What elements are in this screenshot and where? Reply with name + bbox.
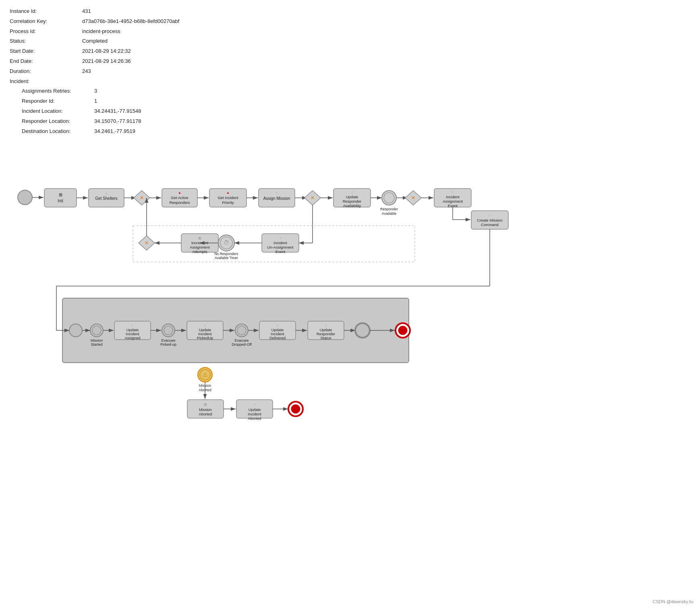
- get-active-responders-task: ● Get Active Responders: [162, 189, 197, 207]
- status-row: Status: Completed: [10, 37, 690, 46]
- correlation-key-value: d73a076b-38e1-4952-b68b-8efd00270abf: [82, 17, 179, 26]
- update-responder-availability-task: ↑ Update Responder Availability: [333, 189, 371, 208]
- svg-text:Assignment: Assignment: [190, 245, 210, 249]
- correlation-key-row: Correlation Key: d73a076b-38e1-4952-b68b…: [10, 17, 690, 26]
- update-incident-assigned-task: ↑ Update Incident Assigned: [114, 321, 151, 340]
- svg-text:↑: ↑: [452, 190, 454, 194]
- mission-aborted-task: ⊞ Mission Aborted: [187, 400, 224, 418]
- responder-id-label: Responder Id:: [22, 97, 94, 106]
- svg-text:Un-Assignment: Un-Assignment: [267, 245, 294, 249]
- end-date-value: 2021-08-29 14:26:36: [82, 57, 131, 66]
- responder-location-value: 34.15070,-77.91178: [94, 117, 141, 126]
- init-task: ⊞ Init: [44, 189, 77, 207]
- svg-text:Availability: Availability: [343, 203, 361, 208]
- aborted-end-event: [288, 402, 303, 416]
- process-end-event: [396, 323, 410, 338]
- incident-location-value: 34.24431,-77.91548: [94, 107, 141, 116]
- incident-row: Incident:: [10, 77, 690, 86]
- svg-text:↑: ↑: [132, 323, 134, 327]
- svg-text:Mission: Mission: [199, 407, 212, 412]
- gateway-1: ✕: [134, 191, 150, 205]
- diagram-area: ⊞ Init ↑ Get Shelters ✕ ● Get Active Res…: [0, 141, 700, 471]
- svg-text:Status: Status: [321, 336, 331, 340]
- svg-text:Event: Event: [275, 249, 286, 254]
- svg-text:●: ●: [178, 191, 180, 195]
- responder-id-row: Responder Id: 1: [10, 97, 690, 106]
- update-incident-delivered-task: ↑ Update Incident Delivered: [259, 321, 296, 340]
- svg-text:Mission: Mission: [91, 338, 103, 342]
- svg-point-124: [355, 323, 370, 338]
- svg-text:Priority: Priority: [222, 200, 234, 205]
- start-date-label: Start Date:: [10, 47, 82, 56]
- status-label: Status:: [10, 37, 82, 46]
- assignments-retries-label: Assignments Retries:: [22, 87, 94, 95]
- svg-point-83: [69, 324, 82, 337]
- status-value: Completed: [82, 37, 108, 46]
- svg-text:↑: ↑: [351, 190, 353, 194]
- svg-text:PickedUp: PickedUp: [197, 336, 213, 340]
- svg-point-2: [18, 190, 32, 205]
- responder-location-label: Responder Location:: [22, 117, 94, 126]
- svg-text:No Responders: No Responders: [214, 252, 238, 256]
- mission-started-event: Mission Started: [90, 324, 103, 347]
- svg-text:Assigned: Assigned: [124, 336, 140, 340]
- svg-rect-4: [44, 189, 77, 207]
- svg-text:Get Active: Get Active: [171, 195, 188, 200]
- svg-text:Evacuee: Evacuee: [161, 338, 175, 342]
- svg-text:↑: ↑: [276, 191, 278, 195]
- svg-text:Responder: Responder: [343, 199, 361, 203]
- create-mission-command-task: ↑ Create Mission Command: [471, 211, 508, 229]
- svg-text:Incident: Incident: [273, 241, 287, 245]
- svg-text:Update: Update: [346, 195, 358, 199]
- svg-text:↑: ↑: [277, 323, 279, 327]
- duration-row: Duration: 243: [10, 67, 690, 76]
- get-shelters-task: ↑ Get Shelters: [89, 189, 124, 207]
- svg-text:⊞: ⊞: [59, 192, 62, 197]
- svg-text:⊞: ⊞: [198, 236, 201, 240]
- svg-text:Aborted: Aborted: [199, 412, 212, 416]
- get-incident-priority-task: ● Get Incident Priority: [209, 189, 246, 207]
- incident-location-label: Incident Location:: [22, 107, 94, 116]
- assignments-retries-row: Assignments Retries: 3: [10, 87, 690, 95]
- svg-text:Delivered: Delivered: [269, 336, 286, 340]
- increment-assignment-attempts-task: ⊞ Increment Assignment Attempts: [181, 234, 218, 254]
- footer-text: CSDN @dawnsky.liu: [653, 599, 694, 604]
- svg-text:↑: ↑: [280, 236, 282, 240]
- svg-text:Responder: Responder: [380, 207, 398, 211]
- svg-text:Evacuee: Evacuee: [234, 338, 249, 342]
- gateway-3: ✕: [405, 191, 421, 205]
- subprocess-end-gateway: [355, 323, 370, 338]
- duration-value: 243: [82, 67, 91, 76]
- svg-text:Attempts: Attempts: [192, 249, 207, 254]
- process-diagram: ⊞ Init ↑ Get Shelters ✕ ● Get Active Res…: [8, 145, 689, 467]
- update-responder-status-task: ↑ Update Responder Status: [308, 321, 344, 340]
- start-date-value: 2021-08-29 14:22:32: [82, 47, 131, 56]
- svg-text:Incident: Incident: [446, 195, 460, 199]
- process-id-label: Process Id:: [10, 27, 82, 36]
- start-date-row: Start Date: 2021-08-29 14:22:32: [10, 47, 690, 56]
- destination-location-value: 34.2461,-77.9519: [94, 127, 135, 136]
- gateway-4-lower: ✕: [139, 236, 155, 250]
- svg-text:↑: ↑: [325, 323, 327, 327]
- process-id-value: incident-process: [82, 27, 120, 36]
- assign-mission-task: ↑ Assign Mission: [259, 189, 295, 207]
- incident-unassignment-event-task: ↑ Incident Un-Assignment Event: [262, 234, 299, 254]
- update-incident-aborted-task: ↑ Update Incident Aborted: [236, 400, 273, 421]
- instance-id-value: 431: [82, 7, 91, 16]
- end-date-label: End Date:: [10, 57, 82, 66]
- svg-text:Picked-up: Picked-up: [160, 342, 176, 347]
- svg-text:Available Timer: Available Timer: [215, 256, 238, 260]
- svg-text:⚠: ⚠: [203, 371, 208, 378]
- svg-text:↑: ↑: [254, 403, 256, 407]
- instance-id-row: Instance Id: 431: [10, 7, 690, 16]
- svg-text:Dropped-Off: Dropped-Off: [232, 342, 252, 347]
- incident-assignment-event-task: ↑ Incident Assignment Event: [434, 189, 471, 208]
- end-date-row: End Date: 2021-08-29 14:26:36: [10, 57, 690, 66]
- svg-text:Incident: Incident: [248, 412, 261, 416]
- subprocess-start-event: [69, 324, 82, 337]
- responder-location-row: Responder Location: 34.15070,-77.91178: [10, 117, 690, 126]
- footer: CSDN @dawnsky.liu: [653, 599, 694, 604]
- svg-text:Update: Update: [249, 407, 261, 412]
- svg-text:✕: ✕: [140, 195, 144, 201]
- assignments-retries-value: 3: [94, 87, 97, 95]
